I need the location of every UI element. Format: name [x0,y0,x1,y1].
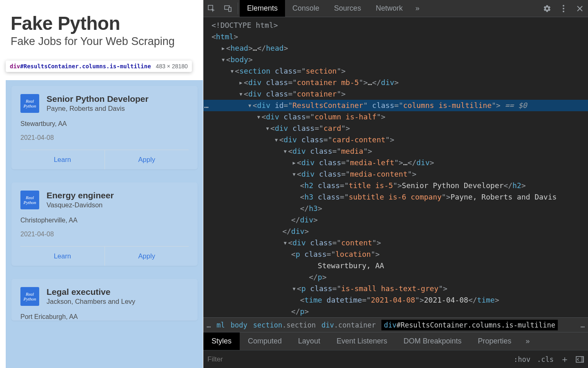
crumb-body[interactable]: body [231,321,247,329]
job-logo: Real Python [20,94,39,113]
job-cards: Real Python Senior Python Developer Payn… [11,86,198,327]
job-card: Real Python Legal executive Jackson, Cha… [11,279,198,321]
job-date: 2021-04-08 [20,134,189,141]
svg-rect-9 [581,357,584,362]
styles-filter-bar: :hov .cls ＋ [203,350,588,368]
job-location: Stewartbury, AA [20,120,189,128]
job-title: Energy engineer [47,191,114,200]
job-company: Jackson, Chambers and Levy [47,298,135,305]
svg-rect-2 [229,7,231,11]
crumb-container[interactable]: div.container [321,321,376,329]
job-title: Legal executive [47,287,135,297]
hov-button[interactable]: :hov [514,355,530,364]
crumb-html[interactable]: ml [216,321,225,329]
filter-input[interactable] [207,355,507,364]
tab-dom-breakpoints[interactable]: DOM Breakpoints [395,332,470,350]
tooltip-dimensions: 483 × 28180 [156,63,188,70]
tab-sources[interactable]: Sources [327,0,368,17]
job-company: Payne, Roberts and Davis [47,105,149,112]
job-card: Real Python Energy engineer Vasquez-Davi… [11,182,198,266]
devtools-panel: Elements Console Sources Network » <!DOC… [203,0,588,368]
inspect-icon[interactable] [203,0,220,17]
apply-link[interactable]: Apply [105,150,189,169]
tab-elements[interactable]: Elements [240,0,285,17]
page-title: Fake Python [11,12,193,34]
new-style-rule-icon[interactable]: ＋ [560,353,569,366]
elements-tree[interactable]: <!DOCTYPE html> <html> ▸<head>…</head> ▾… [203,17,588,317]
job-logo: Real Python [20,191,39,209]
tab-styles[interactable]: Styles [203,332,240,350]
svg-point-3 [563,5,564,7]
cls-button[interactable]: .cls [537,355,554,364]
tab-properties[interactable]: Properties [470,332,519,350]
job-location: Port Ericaburgh, AA [20,313,189,321]
rendered-page: Fake Python Fake Jobs for Your Web Scrap… [0,0,203,368]
tab-network[interactable]: Network [368,0,410,17]
svg-point-5 [563,11,564,12]
crumbs-overflow-right[interactable]: … [581,321,585,329]
breadcrumb[interactable]: … ml body section.section div.container … [203,317,588,332]
crumb-results[interactable]: div#ResultsContainer.columns.is-multilin… [381,320,558,330]
crumb-section[interactable]: section.section [253,321,316,329]
job-date: 2021-04-08 [20,231,189,238]
tabs-overflow-icon[interactable]: » [410,0,425,17]
crumbs-overflow-left[interactable]: … [207,321,211,329]
apply-link[interactable]: Apply [105,247,189,266]
device-toggle-icon[interactable] [220,0,236,17]
toggle-styles-sidebar-icon[interactable] [576,356,584,363]
svg-point-4 [563,8,564,9]
job-company: Vasquez-Davidson [47,201,114,209]
styles-tabbar: Styles Computed Layout Event Listeners D… [203,332,588,350]
job-title: Senior Python Developer [47,94,149,104]
kebab-menu-icon[interactable] [555,0,572,17]
learn-link[interactable]: Learn [20,150,105,169]
job-location: Christopherville, AA [20,217,189,224]
styles-overflow-icon[interactable]: » [519,332,536,350]
devtools-tabbar: Elements Console Sources Network » [203,0,588,17]
job-card: Real Python Senior Python Developer Payn… [11,86,198,169]
tab-computed[interactable]: Computed [240,332,290,350]
tab-event-listeners[interactable]: Event Listeners [328,332,395,350]
page-subtitle: Fake Jobs for Your Web Scraping [11,35,193,48]
selected-dom-node[interactable]: … ▾<div id="ResultsContainer" class="col… [203,100,588,111]
inspect-tooltip: div#ResultsContainer.columns.is-multilin… [6,61,192,72]
close-icon[interactable] [572,0,588,17]
learn-link[interactable]: Learn [20,247,105,266]
tab-layout[interactable]: Layout [290,332,328,350]
job-logo: Real Python [20,287,39,306]
tab-console[interactable]: Console [285,0,327,17]
settings-icon[interactable] [539,0,555,17]
